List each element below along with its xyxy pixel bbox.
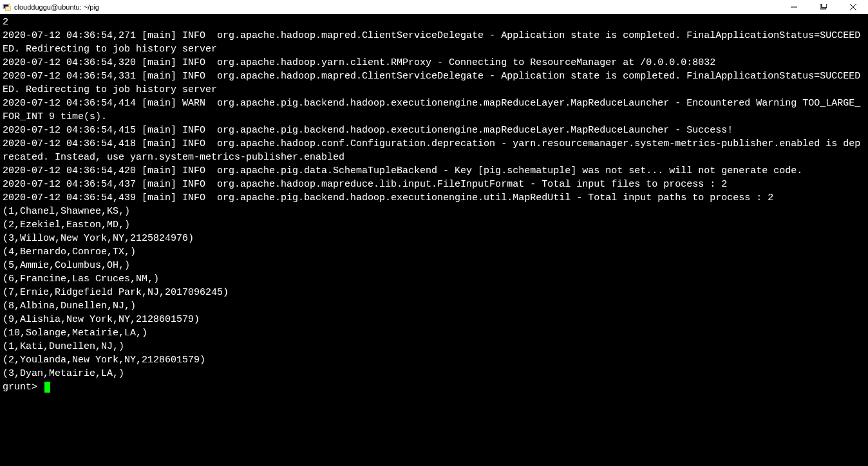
- window-controls: [779, 0, 868, 14]
- svg-rect-6: [822, 4, 827, 8]
- cursor: [44, 382, 50, 393]
- terminal-line: (1,Chanel,Shawnee,KS,): [3, 205, 865, 218]
- terminal-line: (10,Solange,Metairie,LA,): [3, 326, 865, 340]
- terminal-line: (7,Ernie,Ridgefield Park,NJ,2017096245): [3, 286, 865, 299]
- svg-line-3: [9, 3, 11, 5]
- terminal-line: 2020-07-12 04:36:54,331 [main] INFO org.…: [3, 70, 865, 97]
- terminal-line: 2020-07-12 04:36:54,415 [main] INFO org.…: [3, 124, 865, 137]
- prompt-line[interactable]: grunt>: [3, 380, 865, 394]
- terminal-line: 2: [3, 15, 865, 29]
- terminal-line: 2020-07-12 04:36:54,271 [main] INFO org.…: [3, 29, 865, 56]
- terminal-line: (2,Youlanda,New York,NY,2128601579): [3, 353, 865, 367]
- terminal-line: 2020-07-12 04:36:54,439 [main] INFO org.…: [3, 191, 865, 205]
- svg-rect-2: [5, 6, 10, 10]
- close-button[interactable]: [838, 0, 868, 14]
- terminal-line: 2020-07-12 04:36:54,420 [main] INFO org.…: [3, 164, 865, 178]
- terminal-line: (3,Willow,New York,NY,2125824976): [3, 232, 865, 245]
- terminal-line: 2020-07-12 04:36:54,437 [main] INFO org.…: [3, 178, 865, 191]
- putty-icon: [3, 3, 12, 12]
- terminal-line: (6,Francine,Las Cruces,NM,): [3, 272, 865, 286]
- terminal-line: (3,Dyan,Metairie,LA,): [3, 367, 865, 380]
- terminal-line: (8,Albina,Dunellen,NJ,): [3, 299, 865, 313]
- terminal-line: 2020-07-12 04:36:54,320 [main] INFO org.…: [3, 56, 865, 70]
- terminal-line: (1,Kati,Dunellen,NJ,): [3, 340, 865, 353]
- titlebar: cloudduggu@ubuntu: ~/pig: [0, 0, 868, 14]
- maximize-button[interactable]: [809, 0, 838, 14]
- terminal-window: cloudduggu@ubuntu: ~/pig 22020-07-12 04:…: [0, 0, 868, 466]
- minimize-button[interactable]: [779, 0, 809, 14]
- terminal-line: 2020-07-12 04:36:54,418 [main] INFO org.…: [3, 137, 865, 164]
- terminal-line: (2,Ezekiel,Easton,MD,): [3, 218, 865, 232]
- window-title: cloudduggu@ubuntu: ~/pig: [14, 3, 99, 11]
- terminal-body[interactable]: 22020-07-12 04:36:54,271 [main] INFO org…: [0, 14, 868, 466]
- terminal-line: (9,Alishia,New York,NY,2128601579): [3, 313, 865, 326]
- terminal-line: (5,Ammie,Columbus,OH,): [3, 259, 865, 272]
- titlebar-left: cloudduggu@ubuntu: ~/pig: [3, 3, 99, 12]
- terminal-line: 2020-07-12 04:36:54,414 [main] WARN org.…: [3, 97, 865, 124]
- prompt-text: grunt>: [3, 380, 43, 394]
- terminal-line: (4,Bernardo,Conroe,TX,): [3, 245, 865, 259]
